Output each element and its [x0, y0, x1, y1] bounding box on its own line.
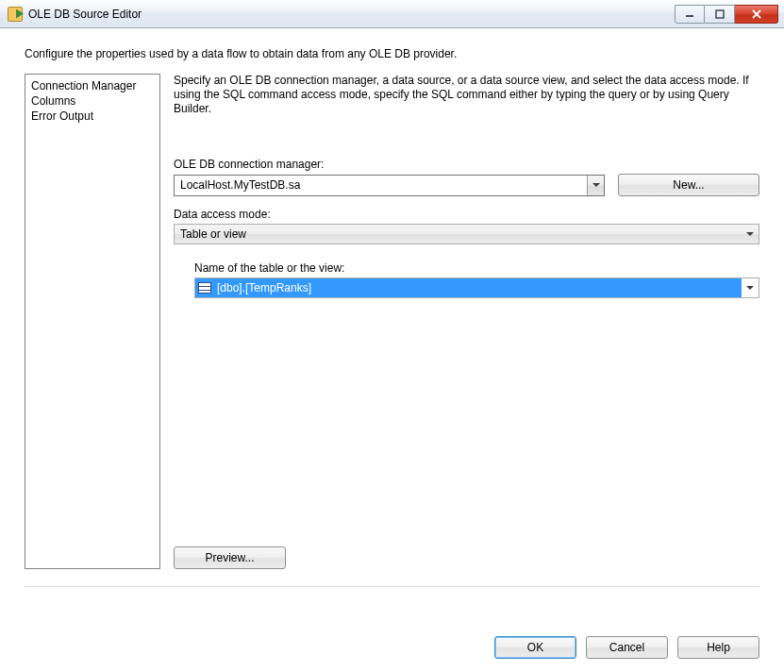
close-button[interactable]	[735, 5, 778, 24]
window-title: OLE DB Source Editor	[28, 8, 675, 21]
table-name-label: Name of the table or the view:	[194, 261, 759, 275]
maximize-button[interactable]	[705, 5, 735, 24]
svg-rect-1	[716, 10, 724, 18]
connection-manager-dropdown[interactable]: LocalHost.MyTestDB.sa	[174, 175, 605, 196]
table-icon	[198, 282, 211, 294]
nav-item-error-output[interactable]: Error Output	[31, 109, 154, 124]
cancel-button[interactable]: Cancel	[586, 636, 668, 659]
minimize-button[interactable]	[675, 5, 705, 24]
preview-button[interactable]: Preview...	[174, 546, 286, 569]
window-controls	[675, 5, 778, 24]
data-access-mode-label: Data access mode:	[174, 208, 759, 221]
separator	[25, 586, 759, 587]
data-access-mode-value: Table or view	[175, 225, 742, 244]
dialog-description: Configure the properties used by a data …	[0, 28, 784, 74]
connection-manager-value: LocalHost.MyTestDB.sa	[175, 176, 587, 195]
nav-item-columns[interactable]: Columns	[31, 93, 154, 109]
table-name-value: [dbo].[TempRanks]	[217, 281, 311, 294]
nav-list[interactable]: Connection Manager Columns Error Output	[25, 74, 160, 569]
nav-item-connection-manager[interactable]: Connection Manager	[31, 78, 154, 93]
table-name-dropdown[interactable]: [dbo].[TempRanks]	[194, 277, 759, 298]
new-connection-button[interactable]: New...	[618, 174, 759, 196]
chevron-down-icon[interactable]	[587, 176, 604, 195]
titlebar[interactable]: OLE DB Source Editor	[0, 0, 784, 28]
chevron-down-icon[interactable]	[742, 225, 759, 244]
ok-button[interactable]: OK	[494, 636, 576, 659]
help-button[interactable]: Help	[677, 636, 759, 659]
data-access-mode-dropdown[interactable]: Table or view	[174, 224, 759, 244]
connection-manager-label: OLE DB connection manager:	[174, 158, 759, 171]
chevron-down-icon[interactable]	[742, 278, 759, 297]
page-instructions: Specify an OLE DB connection manager, a …	[174, 74, 759, 116]
app-icon	[8, 7, 23, 22]
